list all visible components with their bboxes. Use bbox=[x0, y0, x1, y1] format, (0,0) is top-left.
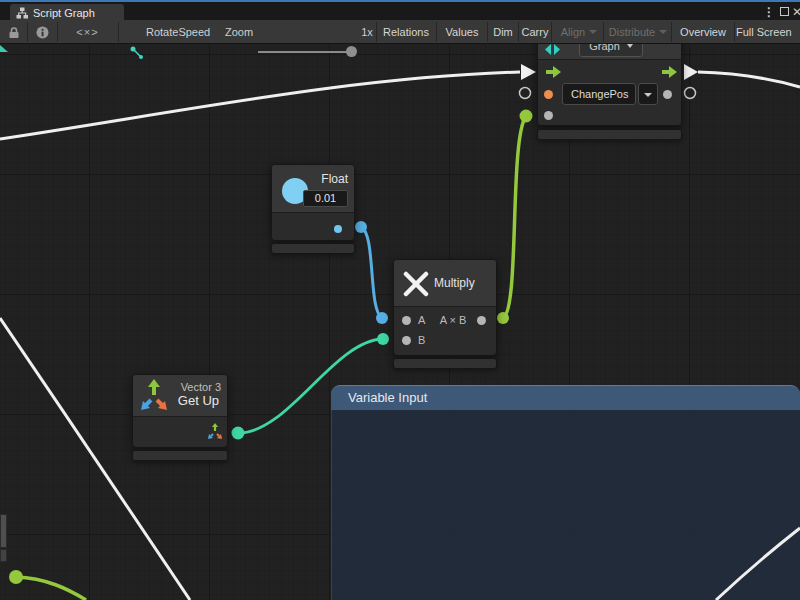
toolbar-separator bbox=[551, 22, 552, 42]
toolbar-separator bbox=[487, 22, 488, 42]
multiply-input-a-port[interactable] bbox=[402, 316, 411, 325]
multiply-result-port[interactable] bbox=[477, 316, 486, 325]
variable-dropdown-value: ChangePos bbox=[571, 88, 629, 100]
multiply-node-title: Multiply bbox=[434, 277, 475, 289]
script-graph-window: Variable Input bbox=[0, 0, 800, 600]
multiply-icon bbox=[403, 271, 429, 297]
float-value-field[interactable]: 0.01 bbox=[303, 190, 348, 207]
variable-input-panel-body bbox=[331, 410, 800, 600]
chevron-down-icon bbox=[644, 93, 652, 97]
partial-node-left-edge-body[interactable] bbox=[0, 549, 7, 562]
value-port-gray[interactable] bbox=[544, 111, 553, 120]
zoom-value: 1x bbox=[357, 20, 377, 44]
multiply-result-label: A × B bbox=[436, 314, 470, 326]
partial-node-left-edge[interactable] bbox=[0, 514, 7, 548]
dim-button[interactable]: Dim bbox=[489, 20, 517, 44]
script-graph-icon bbox=[545, 44, 560, 55]
script-graph-asset-icon bbox=[130, 46, 144, 60]
float-output-port[interactable] bbox=[334, 225, 342, 233]
float-node-title: Float bbox=[302, 173, 348, 185]
vector3-icon bbox=[139, 379, 169, 413]
variable-input-panel-title: Variable Input bbox=[348, 390, 427, 405]
align-label: Align bbox=[561, 26, 585, 38]
titlebar: Script Graph ⋮ ✕ bbox=[0, 0, 800, 20]
distribute-button[interactable]: Distribute bbox=[606, 20, 670, 44]
fullscreen-button[interactable]: Full Screen bbox=[736, 20, 800, 44]
control-output-arrow-icon[interactable] bbox=[661, 65, 678, 79]
multiply-node-footer[interactable] bbox=[393, 358, 497, 369]
lock-button[interactable] bbox=[0, 20, 27, 44]
variable-dropdown[interactable]: ChangePos bbox=[562, 83, 636, 105]
chevron-down-icon bbox=[589, 30, 597, 34]
multiply-node[interactable]: Multiply A A × B B bbox=[393, 259, 497, 356]
chevron-down-icon bbox=[627, 44, 633, 48]
graph-breadcrumb[interactable]: RotateSpeed bbox=[146, 20, 216, 44]
variable-dropdown-arrow-button[interactable] bbox=[638, 83, 658, 105]
toolbar-separator bbox=[436, 22, 437, 42]
code-toggle-button[interactable]: <×> bbox=[57, 20, 118, 44]
info-icon bbox=[36, 26, 49, 39]
graph-hierarchy-icon bbox=[16, 7, 28, 19]
multiply-input-a-label: A bbox=[418, 314, 425, 326]
multiply-input-b-label: B bbox=[418, 334, 425, 346]
chevron-down-icon bbox=[659, 30, 667, 34]
float-node-footer[interactable] bbox=[271, 243, 355, 254]
event-node-footer[interactable] bbox=[537, 129, 682, 140]
toolbar-separator bbox=[118, 22, 119, 42]
toolbar-separator bbox=[734, 22, 735, 42]
lock-icon bbox=[8, 26, 20, 39]
float-value: 0.01 bbox=[315, 192, 336, 204]
vector3-output-port[interactable] bbox=[207, 423, 223, 440]
distribute-label: Distribute bbox=[609, 26, 655, 38]
value-port-orange[interactable] bbox=[544, 90, 553, 99]
zoom-slider-knob[interactable] bbox=[346, 46, 357, 57]
vector3-node-footer[interactable] bbox=[132, 450, 228, 461]
variable-input-panel-header[interactable]: Variable Input bbox=[331, 385, 800, 410]
vector3-get-up-node[interactable]: Vector 3 Get Up bbox=[132, 374, 228, 448]
values-button[interactable]: Values bbox=[438, 20, 486, 44]
overview-button[interactable]: Overview bbox=[673, 20, 733, 44]
window-maximize-button[interactable] bbox=[777, 5, 791, 19]
relations-button[interactable]: Relations bbox=[378, 20, 434, 44]
float-node[interactable]: Float 0.01 bbox=[271, 164, 355, 241]
control-input-arrow-icon[interactable] bbox=[545, 65, 562, 79]
tab-label: Script Graph bbox=[33, 7, 95, 19]
align-button[interactable]: Align bbox=[556, 20, 602, 44]
event-node[interactable]: Graph ChangePos bbox=[537, 30, 682, 126]
window-menu-button[interactable]: ⋮ bbox=[762, 5, 776, 19]
info-button[interactable] bbox=[27, 20, 57, 44]
variable-input-panel: Variable Input bbox=[331, 385, 800, 600]
zoom-label: Zoom bbox=[222, 20, 256, 44]
vector3-node-title: Get Up bbox=[167, 395, 219, 407]
toolbar: <×> RotateSpeed Zoom 1x Relations Values… bbox=[0, 20, 800, 44]
vector3-type-label: Vector 3 bbox=[167, 381, 221, 393]
window-close-button[interactable]: ✕ bbox=[790, 5, 800, 19]
zoom-slider-track[interactable] bbox=[258, 51, 353, 53]
maximize-icon bbox=[780, 7, 789, 16]
multiply-input-b-port[interactable] bbox=[402, 336, 411, 345]
value-port-gray[interactable] bbox=[663, 90, 672, 99]
toolbar-separator bbox=[603, 22, 604, 42]
toolbar-separator bbox=[671, 22, 672, 42]
carry-button[interactable]: Carry bbox=[519, 20, 551, 44]
